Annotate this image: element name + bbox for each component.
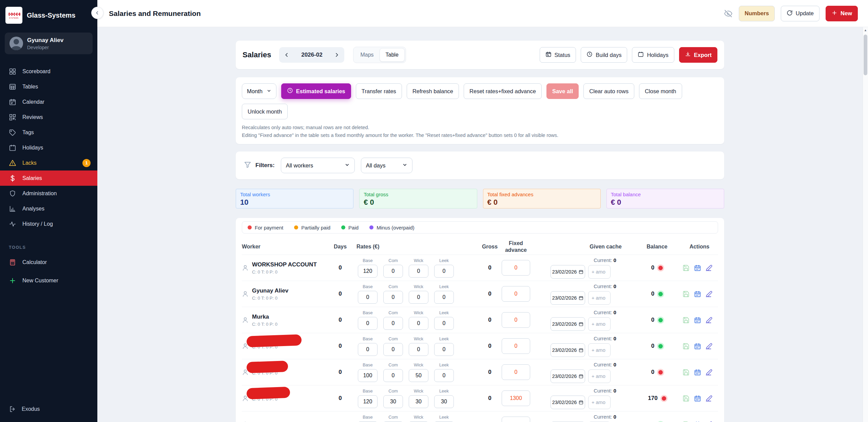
export-button[interactable]: Export [679,47,717,63]
calendar-icon[interactable] [694,369,701,376]
cache-date-input[interactable]: 23/02/2026 [551,317,585,331]
user-profile-card[interactable]: Gyunay Aliev Developer [5,33,93,54]
next-month-button[interactable] [331,48,343,61]
cache-amount-input[interactable]: + amo [588,343,611,357]
estimated-salaries-button[interactable]: Estimated salaries [281,83,351,99]
com-rate-input[interactable]: 0 [383,343,403,356]
save-icon[interactable] [682,290,690,298]
com-rate-input[interactable]: 0 [383,369,403,382]
com-rate-input[interactable]: 30 [383,395,403,408]
leek-rate-input[interactable]: 0 [434,265,454,278]
vertical-scrollbar[interactable]: ▲ [863,27,868,422]
edit-icon[interactable] [706,343,713,350]
save-icon[interactable] [682,343,690,350]
new-button[interactable]: New [826,6,858,21]
edit-icon[interactable] [706,264,713,272]
cache-date-input[interactable]: 23/02/2026 [551,265,585,279]
cache-date-input[interactable]: 23/02/2026 [551,343,585,357]
cache-amount-input[interactable]: + amo [588,317,611,331]
calendar-icon[interactable] [694,421,701,422]
tab-maps[interactable]: Maps [354,48,379,62]
fixed-advance-input[interactable]: 0 [502,260,530,276]
clear-auto-rows-button[interactable]: Clear auto rows [583,83,634,99]
edit-icon[interactable] [706,290,713,298]
wick-rate-input[interactable]: 0 [409,317,428,330]
base-rate-input[interactable]: 0 [358,343,378,356]
status-button[interactable]: Status [540,47,576,63]
tab-table[interactable]: Table [380,48,405,62]
leek-rate-input[interactable]: 0 [434,369,454,382]
reset-rates-button[interactable]: Reset rates+fixed advance [464,83,542,99]
fixed-advance-input[interactable]: 0 [502,286,530,302]
base-rate-input[interactable]: 100 [358,369,378,382]
calendar-icon[interactable] [694,317,701,324]
edit-icon[interactable] [706,421,713,422]
wick-rate-input[interactable]: 0 [409,265,428,278]
save-icon[interactable] [682,317,690,324]
sidebar-item[interactable]: Tags [0,125,97,140]
sidebar-item[interactable]: Analyses [0,201,97,216]
sidebar-item[interactable]: Holidays [0,140,97,155]
com-rate-input[interactable]: 0 [383,265,403,278]
workers-filter-select[interactable]: All workers [281,158,355,173]
com-rate-input[interactable]: 0 [383,291,403,304]
build-days-button[interactable]: Build days [581,47,627,63]
fixed-advance-input[interactable]: 1300 [502,390,530,406]
com-rate-input[interactable]: 0 [383,317,403,330]
base-rate-input[interactable]: 120 [358,265,378,278]
fixed-advance-input[interactable]: 0 [502,312,530,328]
save-icon[interactable] [682,395,690,402]
sidebar-item[interactable]: Reviews [0,109,97,125]
eye-off-icon[interactable] [724,9,733,18]
base-rate-input[interactable]: 0 [358,317,378,330]
sidebar-collapse-button[interactable] [91,7,103,19]
calendar-icon[interactable] [694,395,701,402]
days-filter-select[interactable]: All days [361,158,412,173]
cache-amount-input[interactable]: + amo [588,396,611,409]
wick-rate-input[interactable]: 0 [409,291,428,304]
save-icon[interactable] [682,421,690,422]
sidebar-item[interactable]: Administration [0,186,97,201]
calendar-icon[interactable] [694,343,701,350]
edit-icon[interactable] [706,395,713,402]
transfer-rates-button[interactable]: Transfer rates [356,83,402,99]
sidebar-item[interactable]: Lacks 1 [0,155,97,170]
calendar-icon[interactable] [694,264,701,272]
scroll-up-arrow[interactable]: ▲ [863,27,868,33]
save-icon[interactable] [682,264,690,272]
edit-icon[interactable] [706,317,713,324]
scroll-thumb[interactable] [864,35,867,75]
cache-date-input[interactable]: 23/02/2026 [551,291,585,305]
numbers-button[interactable]: Numbers [739,6,775,21]
cache-date-input[interactable]: 23/02/2026 [551,396,585,409]
sidebar-tool-item[interactable]: New Customer [0,272,97,290]
cache-amount-input[interactable]: + amo [588,369,611,383]
wick-rate-input[interactable]: 0 [409,343,428,356]
base-rate-input[interactable]: 120 [358,395,378,408]
cache-amount-input[interactable]: + amo [588,291,611,305]
save-icon[interactable] [682,369,690,376]
sidebar-item[interactable]: Scoreboard [0,64,97,79]
base-rate-input[interactable]: 0 [358,291,378,304]
wick-rate-input[interactable]: 50 [409,369,428,382]
fixed-advance-input[interactable]: 0 [502,338,530,354]
leek-rate-input[interactable]: 0 [434,343,454,356]
leek-rate-input[interactable]: 0 [434,317,454,330]
sidebar-tool-item[interactable]: Calculator [0,253,97,272]
prev-month-button[interactable] [281,48,293,61]
period-select[interactable]: Month [242,83,276,99]
holidays-button[interactable]: Holidays [632,47,674,63]
leek-rate-input[interactable]: 30 [434,395,454,408]
refresh-balance-button[interactable]: Refresh balance [407,83,459,99]
logout-button[interactable]: Exodus [9,405,40,413]
leek-rate-input[interactable]: 0 [434,291,454,304]
sidebar-item[interactable]: History / Log [0,216,97,232]
calendar-icon[interactable] [694,290,701,298]
sidebar-item[interactable]: Calendar [0,94,97,109]
fixed-advance-input[interactable]: 0 [502,364,530,380]
unlock-month-button[interactable]: Unlock month [242,104,288,119]
cache-amount-input[interactable]: + amo [588,265,611,279]
sidebar-item[interactable]: Tables [0,79,97,94]
fixed-advance-input[interactable]: 0 [502,417,530,422]
save-all-button[interactable]: Save all [546,83,579,99]
